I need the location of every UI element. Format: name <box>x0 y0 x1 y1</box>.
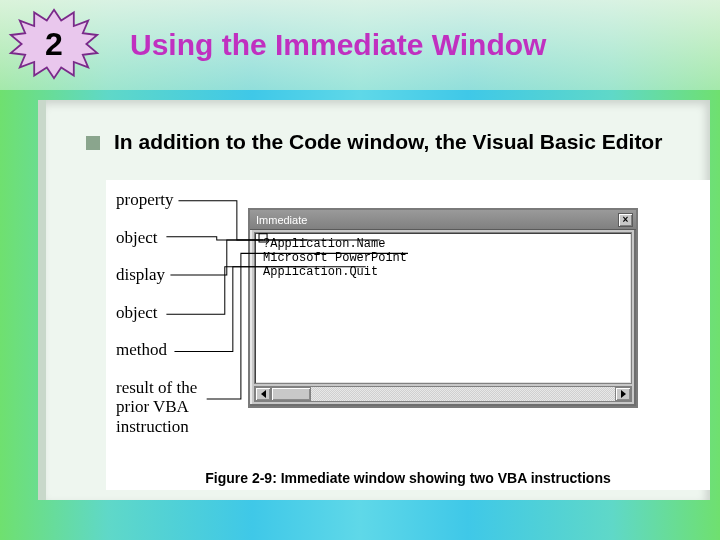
callout-labels: property object display object method re… <box>116 190 197 436</box>
immediate-window: Immediate × ?Application.Name Microsoft … <box>248 208 638 408</box>
immediate-titlebar: Immediate × <box>250 210 636 230</box>
slide-title: Using the Immediate Window <box>130 28 710 62</box>
label-property: property <box>116 190 197 210</box>
horizontal-scrollbar[interactable] <box>254 386 632 402</box>
code-line: Microsoft PowerPoint <box>263 251 623 265</box>
bullet-row: In addition to the Code window, the Visu… <box>86 130 710 154</box>
figure: property object display object method re… <box>106 180 710 490</box>
code-line: Application.Quit <box>263 265 623 279</box>
close-icon[interactable]: × <box>618 213 633 227</box>
label-display: display <box>116 265 197 285</box>
label-object-1: object <box>116 228 197 248</box>
scroll-left-button[interactable] <box>255 387 271 401</box>
scroll-thumb[interactable] <box>271 387 311 401</box>
immediate-body[interactable]: ?Application.Name Microsoft PowerPoint A… <box>254 232 632 384</box>
bullet-text: In addition to the Code window, the Visu… <box>114 130 662 154</box>
bullet-icon <box>86 136 100 150</box>
scroll-track[interactable] <box>271 387 615 401</box>
chevron-left-icon <box>261 390 266 398</box>
label-method: method <box>116 340 197 360</box>
figure-caption: Figure 2-9: Immediate window showing two… <box>106 470 710 486</box>
chevron-right-icon <box>621 390 626 398</box>
slide-number: 2 <box>8 8 100 80</box>
immediate-title-text: Immediate <box>256 214 307 226</box>
code-line: ?Application.Name <box>263 237 623 251</box>
scroll-right-button[interactable] <box>615 387 631 401</box>
content-panel: In addition to the Code window, the Visu… <box>38 100 710 500</box>
label-object-2: object <box>116 303 197 323</box>
starburst-badge: 2 <box>8 8 100 80</box>
label-result: result of the prior VBA instruction <box>116 378 197 437</box>
